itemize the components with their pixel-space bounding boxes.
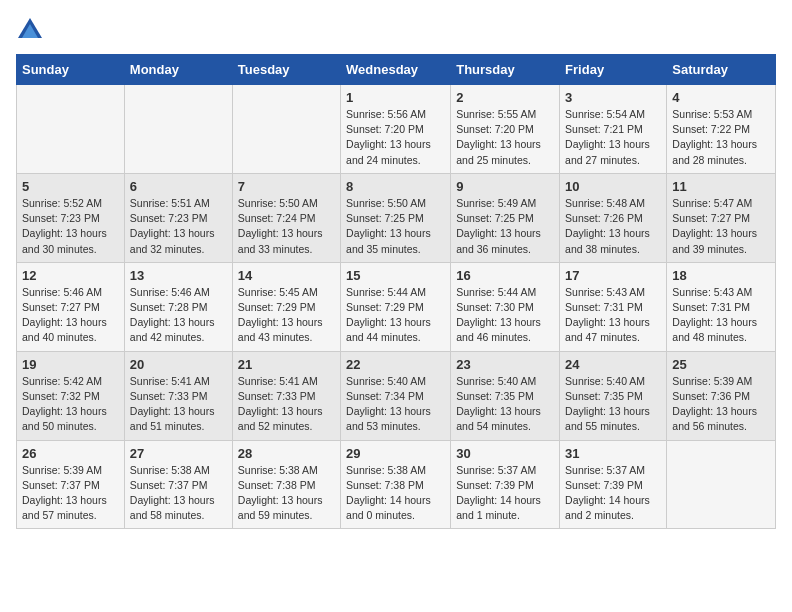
day-info: Sunrise: 5:38 AM Sunset: 7:38 PM Dayligh… bbox=[238, 463, 335, 524]
calendar-cell: 7Sunrise: 5:50 AM Sunset: 7:24 PM Daylig… bbox=[232, 173, 340, 262]
day-info: Sunrise: 5:49 AM Sunset: 7:25 PM Dayligh… bbox=[456, 196, 554, 257]
day-number: 1 bbox=[346, 90, 445, 105]
calendar-cell: 3Sunrise: 5:54 AM Sunset: 7:21 PM Daylig… bbox=[560, 85, 667, 174]
calendar-cell: 26Sunrise: 5:39 AM Sunset: 7:37 PM Dayli… bbox=[17, 440, 125, 529]
calendar-cell: 22Sunrise: 5:40 AM Sunset: 7:34 PM Dayli… bbox=[341, 351, 451, 440]
week-row-4: 19Sunrise: 5:42 AM Sunset: 7:32 PM Dayli… bbox=[17, 351, 776, 440]
page-header bbox=[16, 16, 776, 44]
day-info: Sunrise: 5:40 AM Sunset: 7:35 PM Dayligh… bbox=[565, 374, 661, 435]
day-number: 16 bbox=[456, 268, 554, 283]
day-info: Sunrise: 5:55 AM Sunset: 7:20 PM Dayligh… bbox=[456, 107, 554, 168]
day-info: Sunrise: 5:44 AM Sunset: 7:30 PM Dayligh… bbox=[456, 285, 554, 346]
day-number: 12 bbox=[22, 268, 119, 283]
day-info: Sunrise: 5:46 AM Sunset: 7:28 PM Dayligh… bbox=[130, 285, 227, 346]
day-number: 13 bbox=[130, 268, 227, 283]
calendar-cell: 29Sunrise: 5:38 AM Sunset: 7:38 PM Dayli… bbox=[341, 440, 451, 529]
calendar-cell: 15Sunrise: 5:44 AM Sunset: 7:29 PM Dayli… bbox=[341, 262, 451, 351]
day-number: 20 bbox=[130, 357, 227, 372]
day-number: 14 bbox=[238, 268, 335, 283]
day-info: Sunrise: 5:53 AM Sunset: 7:22 PM Dayligh… bbox=[672, 107, 770, 168]
header-day-sunday: Sunday bbox=[17, 55, 125, 85]
day-number: 27 bbox=[130, 446, 227, 461]
day-info: Sunrise: 5:54 AM Sunset: 7:21 PM Dayligh… bbox=[565, 107, 661, 168]
day-number: 22 bbox=[346, 357, 445, 372]
calendar-cell bbox=[232, 85, 340, 174]
header-day-friday: Friday bbox=[560, 55, 667, 85]
header-row: SundayMondayTuesdayWednesdayThursdayFrid… bbox=[17, 55, 776, 85]
calendar-cell: 17Sunrise: 5:43 AM Sunset: 7:31 PM Dayli… bbox=[560, 262, 667, 351]
day-info: Sunrise: 5:48 AM Sunset: 7:26 PM Dayligh… bbox=[565, 196, 661, 257]
day-info: Sunrise: 5:52 AM Sunset: 7:23 PM Dayligh… bbox=[22, 196, 119, 257]
day-info: Sunrise: 5:40 AM Sunset: 7:35 PM Dayligh… bbox=[456, 374, 554, 435]
calendar-cell: 20Sunrise: 5:41 AM Sunset: 7:33 PM Dayli… bbox=[124, 351, 232, 440]
calendar-cell: 19Sunrise: 5:42 AM Sunset: 7:32 PM Dayli… bbox=[17, 351, 125, 440]
calendar-cell: 16Sunrise: 5:44 AM Sunset: 7:30 PM Dayli… bbox=[451, 262, 560, 351]
day-info: Sunrise: 5:39 AM Sunset: 7:36 PM Dayligh… bbox=[672, 374, 770, 435]
calendar-cell: 28Sunrise: 5:38 AM Sunset: 7:38 PM Dayli… bbox=[232, 440, 340, 529]
calendar-cell: 31Sunrise: 5:37 AM Sunset: 7:39 PM Dayli… bbox=[560, 440, 667, 529]
day-info: Sunrise: 5:37 AM Sunset: 7:39 PM Dayligh… bbox=[456, 463, 554, 524]
header-day-thursday: Thursday bbox=[451, 55, 560, 85]
day-number: 3 bbox=[565, 90, 661, 105]
day-info: Sunrise: 5:38 AM Sunset: 7:37 PM Dayligh… bbox=[130, 463, 227, 524]
day-info: Sunrise: 5:41 AM Sunset: 7:33 PM Dayligh… bbox=[130, 374, 227, 435]
calendar-cell: 4Sunrise: 5:53 AM Sunset: 7:22 PM Daylig… bbox=[667, 85, 776, 174]
calendar-cell: 25Sunrise: 5:39 AM Sunset: 7:36 PM Dayli… bbox=[667, 351, 776, 440]
calendar-cell: 13Sunrise: 5:46 AM Sunset: 7:28 PM Dayli… bbox=[124, 262, 232, 351]
day-number: 10 bbox=[565, 179, 661, 194]
day-info: Sunrise: 5:50 AM Sunset: 7:25 PM Dayligh… bbox=[346, 196, 445, 257]
day-number: 23 bbox=[456, 357, 554, 372]
calendar-cell: 18Sunrise: 5:43 AM Sunset: 7:31 PM Dayli… bbox=[667, 262, 776, 351]
day-number: 24 bbox=[565, 357, 661, 372]
day-number: 9 bbox=[456, 179, 554, 194]
day-number: 29 bbox=[346, 446, 445, 461]
calendar-cell: 30Sunrise: 5:37 AM Sunset: 7:39 PM Dayli… bbox=[451, 440, 560, 529]
day-number: 25 bbox=[672, 357, 770, 372]
day-info: Sunrise: 5:46 AM Sunset: 7:27 PM Dayligh… bbox=[22, 285, 119, 346]
calendar-cell: 6Sunrise: 5:51 AM Sunset: 7:23 PM Daylig… bbox=[124, 173, 232, 262]
day-info: Sunrise: 5:42 AM Sunset: 7:32 PM Dayligh… bbox=[22, 374, 119, 435]
calendar-cell: 12Sunrise: 5:46 AM Sunset: 7:27 PM Dayli… bbox=[17, 262, 125, 351]
calendar-cell: 14Sunrise: 5:45 AM Sunset: 7:29 PM Dayli… bbox=[232, 262, 340, 351]
day-number: 19 bbox=[22, 357, 119, 372]
day-info: Sunrise: 5:45 AM Sunset: 7:29 PM Dayligh… bbox=[238, 285, 335, 346]
calendar-cell: 23Sunrise: 5:40 AM Sunset: 7:35 PM Dayli… bbox=[451, 351, 560, 440]
week-row-2: 5Sunrise: 5:52 AM Sunset: 7:23 PM Daylig… bbox=[17, 173, 776, 262]
day-number: 15 bbox=[346, 268, 445, 283]
day-number: 18 bbox=[672, 268, 770, 283]
day-number: 4 bbox=[672, 90, 770, 105]
day-info: Sunrise: 5:51 AM Sunset: 7:23 PM Dayligh… bbox=[130, 196, 227, 257]
logo-icon bbox=[16, 16, 44, 44]
day-number: 31 bbox=[565, 446, 661, 461]
day-number: 28 bbox=[238, 446, 335, 461]
calendar-cell bbox=[17, 85, 125, 174]
week-row-5: 26Sunrise: 5:39 AM Sunset: 7:37 PM Dayli… bbox=[17, 440, 776, 529]
day-number: 21 bbox=[238, 357, 335, 372]
calendar-cell bbox=[124, 85, 232, 174]
header-day-saturday: Saturday bbox=[667, 55, 776, 85]
day-number: 7 bbox=[238, 179, 335, 194]
day-number: 8 bbox=[346, 179, 445, 194]
week-row-3: 12Sunrise: 5:46 AM Sunset: 7:27 PM Dayli… bbox=[17, 262, 776, 351]
day-number: 11 bbox=[672, 179, 770, 194]
day-info: Sunrise: 5:47 AM Sunset: 7:27 PM Dayligh… bbox=[672, 196, 770, 257]
day-info: Sunrise: 5:44 AM Sunset: 7:29 PM Dayligh… bbox=[346, 285, 445, 346]
header-day-tuesday: Tuesday bbox=[232, 55, 340, 85]
calendar-table: SundayMondayTuesdayWednesdayThursdayFrid… bbox=[16, 54, 776, 529]
day-info: Sunrise: 5:41 AM Sunset: 7:33 PM Dayligh… bbox=[238, 374, 335, 435]
calendar-cell: 9Sunrise: 5:49 AM Sunset: 7:25 PM Daylig… bbox=[451, 173, 560, 262]
day-info: Sunrise: 5:56 AM Sunset: 7:20 PM Dayligh… bbox=[346, 107, 445, 168]
calendar-cell: 8Sunrise: 5:50 AM Sunset: 7:25 PM Daylig… bbox=[341, 173, 451, 262]
calendar-cell: 21Sunrise: 5:41 AM Sunset: 7:33 PM Dayli… bbox=[232, 351, 340, 440]
day-info: Sunrise: 5:38 AM Sunset: 7:38 PM Dayligh… bbox=[346, 463, 445, 524]
day-number: 17 bbox=[565, 268, 661, 283]
header-day-monday: Monday bbox=[124, 55, 232, 85]
calendar-cell: 10Sunrise: 5:48 AM Sunset: 7:26 PM Dayli… bbox=[560, 173, 667, 262]
day-info: Sunrise: 5:50 AM Sunset: 7:24 PM Dayligh… bbox=[238, 196, 335, 257]
day-number: 6 bbox=[130, 179, 227, 194]
day-info: Sunrise: 5:37 AM Sunset: 7:39 PM Dayligh… bbox=[565, 463, 661, 524]
calendar-cell: 2Sunrise: 5:55 AM Sunset: 7:20 PM Daylig… bbox=[451, 85, 560, 174]
day-number: 26 bbox=[22, 446, 119, 461]
day-info: Sunrise: 5:43 AM Sunset: 7:31 PM Dayligh… bbox=[565, 285, 661, 346]
calendar-cell: 11Sunrise: 5:47 AM Sunset: 7:27 PM Dayli… bbox=[667, 173, 776, 262]
